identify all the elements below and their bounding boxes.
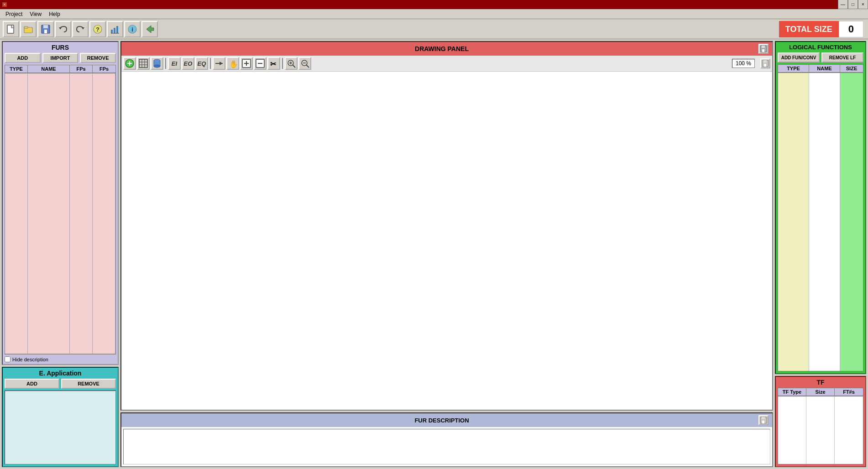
tf-size-header: Size (806, 388, 835, 396)
open-button[interactable] (20, 21, 37, 37)
furs-remove-button[interactable]: REMOVE (80, 53, 116, 63)
hide-description-label[interactable]: Hide description (12, 357, 48, 362)
menu-bar: Project View Help (0, 9, 868, 19)
furs-table-header: TYPE NAME FPs FPs (5, 65, 116, 73)
menu-project[interactable]: Project (2, 10, 26, 18)
lf-col-headers: TYPE NAME SIZE (778, 64, 863, 73)
svg-rect-11 (114, 28, 115, 33)
lf-remove-button[interactable]: REMOVE LF (821, 52, 863, 63)
svg-text:✋: ✋ (229, 60, 238, 68)
drawing-toolbar-save-button[interactable] (760, 58, 770, 68)
tf-col-fts (835, 396, 863, 464)
database-button[interactable] (151, 57, 163, 70)
furs-col-fps2: FPs (93, 65, 115, 73)
lf-size-header: SIZE (840, 65, 863, 73)
logical-functions-title: LOGICAL FUNCTIONS (778, 44, 863, 51)
fur-desc-save-button[interactable] (758, 415, 769, 425)
eapp-add-button[interactable]: ADD (5, 379, 59, 389)
info-button[interactable]: i (124, 21, 141, 37)
lf-name-header: NAME (809, 65, 840, 73)
svg-marker-16 (146, 26, 154, 33)
eq-button[interactable]: EQ (195, 57, 208, 70)
close-button[interactable]: × (858, 0, 868, 9)
add-element-button[interactable] (123, 57, 136, 70)
move-out-button[interactable] (254, 57, 267, 70)
tf-title: TF (778, 379, 863, 386)
furs-cell (70, 73, 93, 354)
svg-rect-18 (762, 46, 765, 48)
tf-table-body[interactable] (778, 396, 863, 464)
svg-text:✂: ✂ (270, 60, 277, 68)
furs-table-body[interactable] (5, 73, 116, 354)
furs-buttons: ADD IMPORT REMOVE (5, 53, 116, 63)
drawing-toolbar: EI EO EQ ✋ (121, 56, 772, 72)
fur-description-body[interactable] (123, 429, 770, 464)
svg-text:?: ? (96, 26, 99, 33)
svg-rect-19 (762, 49, 764, 52)
furs-cell (5, 73, 28, 354)
save-button[interactable] (37, 21, 54, 37)
drawing-save-button[interactable] (758, 44, 769, 54)
svg-rect-12 (116, 26, 118, 33)
lf-add-button[interactable]: ADD FUN/CONV (778, 52, 820, 63)
zoom-display: 100 % (732, 59, 755, 68)
fur-description-title: FUR DESCRIPTION (125, 417, 758, 424)
zoom-in-button[interactable] (285, 57, 298, 70)
ei-button[interactable]: EI (168, 57, 181, 70)
minimize-button[interactable]: — (838, 0, 848, 9)
undo-button[interactable] (55, 21, 71, 37)
delete-button[interactable]: ✂ (267, 57, 280, 70)
arrow-button[interactable] (213, 57, 225, 70)
tf-col-type (778, 396, 806, 464)
left-panel: FURS ADD IMPORT REMOVE TYPE NAME FPs FPs (2, 41, 119, 467)
eo-button[interactable]: EO (182, 57, 194, 70)
menu-view[interactable]: View (26, 10, 45, 18)
svg-rect-4 (43, 25, 48, 28)
tf-col-size (806, 396, 835, 464)
svg-line-44 (293, 65, 295, 68)
toolbar: ? i TOTAL SIZE 0 (0, 19, 868, 39)
furs-cell (93, 73, 115, 354)
furs-col-type: TYPE (5, 65, 28, 73)
drawing-canvas[interactable] (121, 72, 772, 410)
tf-type-header: TF Type (778, 388, 806, 396)
total-size-label: TOTAL SIZE (779, 21, 839, 37)
center-panel: DRAWING PANEL EI (120, 41, 773, 467)
hide-description-row: Hide description (5, 356, 116, 362)
zoom-out-button[interactable] (298, 57, 311, 70)
eapp-title: E. Application (5, 370, 116, 377)
hide-description-checkbox[interactable] (5, 356, 10, 362)
main-layout: FURS ADD IMPORT REMOVE TYPE NAME FPs FPs (0, 39, 868, 469)
logical-functions-section: LOGICAL FUNCTIONS ADD FUN/CONV REMOVE LF… (775, 41, 866, 374)
redo-button[interactable] (72, 21, 89, 37)
move-in-button[interactable] (240, 57, 253, 70)
maximize-button[interactable]: □ (848, 0, 858, 9)
svg-rect-55 (762, 421, 764, 423)
eapp-remove-button[interactable]: REMOVE (61, 379, 116, 389)
total-size-banner: TOTAL SIZE 0 (779, 21, 863, 37)
svg-point-30 (154, 65, 160, 68)
lf-table-body[interactable] (778, 73, 863, 371)
svg-marker-7 (82, 27, 84, 29)
svg-line-48 (306, 65, 309, 68)
menu-help[interactable]: Help (45, 10, 64, 18)
svg-rect-2 (24, 26, 28, 28)
tf-col-headers: TF Type Size FT#s (778, 388, 863, 396)
furs-add-button[interactable]: ADD (5, 53, 41, 63)
chart-button[interactable] (107, 21, 123, 37)
svg-rect-10 (111, 30, 113, 33)
eapp-section: E. Application ADD REMOVE (2, 367, 119, 467)
svg-rect-52 (764, 64, 766, 67)
total-size-value: 0 (839, 21, 863, 37)
drawing-panel-header: DRAWING PANEL (121, 42, 772, 56)
title-bar-close[interactable]: × (2, 2, 7, 7)
hand-button[interactable]: ✋ (226, 57, 239, 70)
furs-title: FURS (5, 44, 116, 51)
select-button[interactable] (137, 57, 150, 70)
furs-cell (28, 73, 70, 354)
help-button[interactable]: ? (89, 21, 106, 37)
new-button[interactable] (3, 21, 19, 37)
export-button[interactable] (141, 21, 158, 37)
window-controls: — □ × (838, 0, 868, 9)
furs-import-button[interactable]: IMPORT (42, 53, 78, 63)
